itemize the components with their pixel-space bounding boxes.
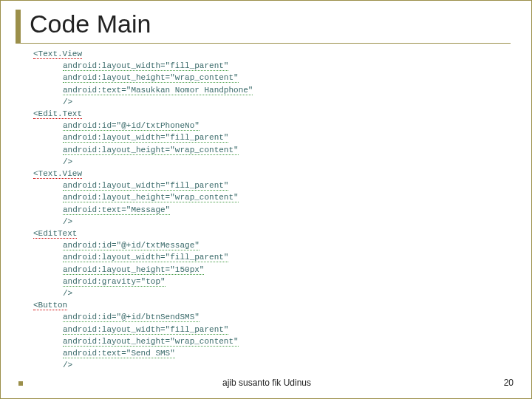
code-line: <Button	[33, 301, 67, 310]
code-line: />	[63, 289, 72, 298]
code-line: android:id="@+id/btnSendSMS"	[63, 313, 200, 322]
code-line: android:layout_width="fill_parent"	[63, 181, 228, 191]
title-block: Code Main	[16, 10, 511, 44]
code-line: <Text.View	[33, 50, 82, 59]
footer-text: ajib susanto fik Udinus	[1, 378, 532, 388]
slide: Code Main <Text.View android:layout_widt…	[0, 0, 532, 399]
code-line: android:layout_height="150px"	[63, 265, 204, 275]
code-listing: <Text.View android:layout_width="fill_pa…	[33, 48, 344, 371]
page-number: 20	[504, 378, 514, 388]
code-line: android:layout_width="fill_parent"	[63, 253, 228, 262]
code-line: android:layout_height="wrap_content"	[63, 193, 239, 202]
code-line: <Text.View	[33, 169, 82, 179]
code-line: android:id="@+id/txtPhoneNo"	[63, 121, 200, 131]
code-line: android:text="Masukkan Nomor Handphone"	[63, 86, 253, 95]
code-line: android:layout_width="fill_parent"	[63, 325, 228, 335]
code-line: android:layout_width="fill_parent"	[63, 133, 228, 143]
code-line: android:gravity="top"	[63, 277, 166, 287]
code-line: />	[63, 98, 72, 106]
slide-title: Code Main	[30, 10, 511, 38]
code-line: android:layout_height="wrap_content"	[63, 337, 239, 347]
code-line: />	[63, 361, 72, 369]
code-line: />	[63, 157, 72, 166]
code-line: <Edit.Text	[33, 109, 82, 119]
code-line: android:layout_height="wrap_content"	[63, 73, 239, 83]
code-line: android:id="@+id/txtMessage"	[63, 241, 200, 250]
code-line: android:text="Message"	[63, 205, 170, 215]
code-line: android:text="Send SMS"	[63, 349, 175, 358]
code-line: <EditText	[33, 229, 77, 239]
code-line: android:layout_height="wrap_content"	[63, 146, 239, 155]
code-line: android:layout_width="fill_parent"	[63, 61, 228, 71]
code-line: />	[63, 217, 72, 226]
